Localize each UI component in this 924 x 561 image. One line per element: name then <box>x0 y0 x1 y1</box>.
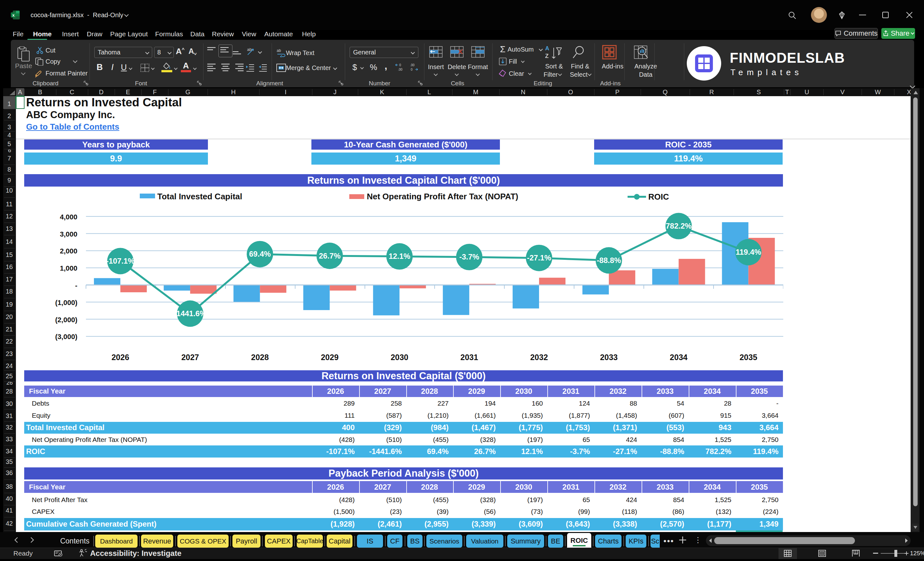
svg-text:.00: .00 <box>398 68 402 71</box>
svg-text:Z: Z <box>545 53 549 59</box>
svg-text:(1,000): (1,000) <box>55 298 77 307</box>
svg-text:ab: ab <box>277 48 281 53</box>
svg-text:26.7%: 26.7% <box>319 252 340 260</box>
svg-text:2032: 2032 <box>530 353 548 362</box>
svg-text:A: A <box>545 45 549 52</box>
svg-text:-27.1%: -27.1% <box>527 254 551 262</box>
svg-text:4,000: 4,000 <box>60 213 77 221</box>
svg-text:2035: 2035 <box>740 353 758 362</box>
svg-text:1,000: 1,000 <box>60 264 77 272</box>
svg-text:x: x <box>12 13 15 18</box>
svg-text:2027: 2027 <box>181 353 199 362</box>
svg-text:2026: 2026 <box>111 353 129 362</box>
svg-text:0: 0 <box>399 63 401 67</box>
svg-text:-1441.6%: -1441.6% <box>174 309 207 318</box>
svg-text:.00: .00 <box>410 63 414 67</box>
svg-text:119.4%: 119.4% <box>735 248 761 256</box>
svg-text:-3.7%: -3.7% <box>459 252 479 261</box>
svg-text:-88.8%: -88.8% <box>597 256 621 265</box>
svg-text:2028: 2028 <box>251 353 269 362</box>
svg-text:69.4%: 69.4% <box>249 250 271 258</box>
svg-text:2,000: 2,000 <box>60 247 77 255</box>
svg-text:(2,000): (2,000) <box>55 316 77 324</box>
svg-text:3,000: 3,000 <box>60 230 77 238</box>
svg-text:2029: 2029 <box>321 353 339 362</box>
svg-text:12.1%: 12.1% <box>389 252 410 261</box>
svg-text:2034: 2034 <box>670 353 688 362</box>
svg-text:2033: 2033 <box>600 353 618 362</box>
svg-text:(3,000): (3,000) <box>55 333 77 340</box>
svg-text:2031: 2031 <box>460 353 478 362</box>
svg-text:782.2%: 782.2% <box>666 222 692 230</box>
svg-text:-: - <box>75 282 77 290</box>
svg-text:Net Operating Profit After Tax: Net Operating Profit After Tax (NOPAT) <box>367 192 518 201</box>
svg-text:Total Invested Capital: Total Invested Capital <box>157 192 242 201</box>
svg-text:-107.1%: -107.1% <box>106 256 134 265</box>
svg-text:2030: 2030 <box>391 353 408 362</box>
svg-text:0: 0 <box>411 68 412 71</box>
svg-text:ROIC: ROIC <box>648 192 669 201</box>
